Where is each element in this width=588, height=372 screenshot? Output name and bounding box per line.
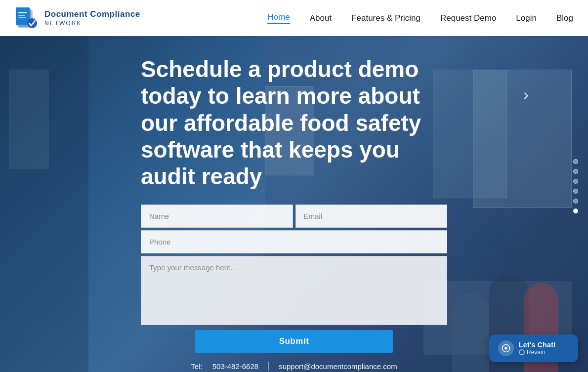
logo-icon: [15, 4, 40, 32]
name-input[interactable]: [141, 205, 293, 228]
hero-title: Schedule a product demo today to learn m…: [141, 56, 447, 190]
chat-text-area: Let's Chat! Revain: [519, 341, 556, 356]
contact-email[interactable]: support@documentcompliance.com: [279, 362, 397, 371]
brand-name: Document Compliance: [44, 9, 140, 19]
scroll-dot-6[interactable]: [573, 208, 578, 213]
svg-rect-5: [18, 17, 26, 18]
svg-rect-3: [18, 12, 27, 13]
scroll-dot-5[interactable]: [573, 199, 578, 204]
scroll-dots: [573, 159, 578, 213]
scroll-dot-2[interactable]: [573, 169, 578, 174]
chat-brand: Revain: [519, 349, 556, 356]
phone-input[interactable]: [141, 230, 447, 253]
svg-rect-4: [18, 15, 25, 16]
chat-brand-name: Revain: [527, 349, 545, 356]
chat-brand-icon: [519, 349, 525, 355]
brand-sub: Network: [44, 20, 140, 27]
nav-about[interactable]: About: [310, 13, 332, 23]
contact-divider: [268, 362, 269, 371]
contact-form: Submit: [141, 205, 447, 353]
nav-login[interactable]: Login: [516, 13, 537, 23]
form-row-1: [141, 205, 447, 228]
chat-widget[interactable]: Let's Chat! Revain: [489, 334, 578, 362]
nav-demo[interactable]: Request Demo: [440, 13, 496, 23]
tel-number[interactable]: 503-482-6628: [212, 362, 258, 371]
logo-text: Document Compliance Network: [44, 9, 140, 27]
submit-button[interactable]: Submit: [195, 330, 393, 353]
contact-row: Tel: 503-482-6628 support@documentcompli…: [191, 362, 397, 371]
navbar: Document Compliance Network Home About F…: [0, 0, 588, 36]
chat-label: Let's Chat!: [519, 341, 556, 349]
chat-icon: [498, 340, 514, 356]
hero-section: Schedule a product demo today to learn m…: [0, 0, 588, 372]
tel-label: Tel:: [191, 362, 202, 371]
nav-blog[interactable]: Blog: [556, 13, 573, 23]
scroll-dot-1[interactable]: [573, 159, 578, 164]
scroll-dot-4[interactable]: [573, 189, 578, 194]
nav-home[interactable]: Home: [267, 12, 290, 24]
message-textarea[interactable]: [141, 256, 447, 325]
nav-features[interactable]: Features & Pricing: [351, 13, 420, 23]
nav-links: Home About Features & Pricing Request De…: [267, 12, 573, 24]
chat-bubble-icon: [502, 344, 510, 353]
scroll-dot-3[interactable]: [573, 179, 578, 184]
next-arrow-button[interactable]: ›: [523, 85, 529, 104]
logo-area[interactable]: Document Compliance Network: [15, 4, 140, 32]
email-input[interactable]: [295, 205, 448, 228]
hero-content: Schedule a product demo today to learn m…: [0, 36, 588, 372]
